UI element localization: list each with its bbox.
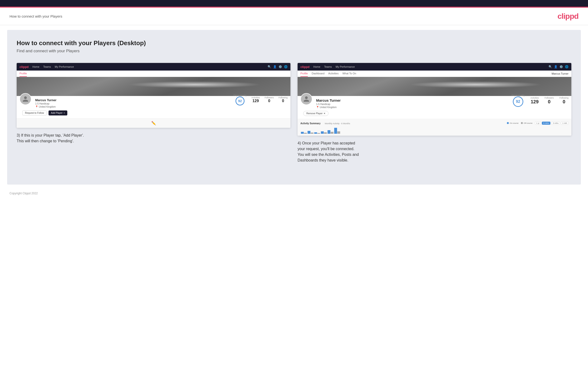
app-nav-2: clippd Home Teams My Performance 🔍 👤 ⚙️ … [298,63,571,71]
quality-block-2: Player Quality 92 [511,94,525,107]
app-tabs-left-2: Profile Dashboard Activities What To On [300,71,356,77]
app-nav-1: clippd Home Teams My Performance 🔍 👤 ⚙️ … [17,63,290,71]
nav-teams-2[interactable]: Teams [324,65,332,68]
tab-profile-2[interactable]: Profile [300,71,308,77]
location-pin-icon-2: 📍 [316,106,319,108]
page-header: How to connect with your Players clippd [0,8,588,25]
plus-icon-1: + [63,112,65,114]
player-handicap-2: 1-5 Handicap [316,103,508,106]
remove-player-wrap: Remove Player ✕ [300,111,569,116]
quality-circle-2: 92 [513,96,523,107]
screenshot-bottom-1: ✏️ [17,118,290,128]
person-icon-1 [22,96,29,102]
activity-title: Activity Summary [300,122,320,125]
filter-1mth[interactable]: 1 mth [561,122,569,125]
stats-row-2: Player Quality 92 Activities 129 Followe… [511,94,569,107]
activities-value-1: 129 [251,99,260,103]
profile-avatar-wrap-2: Marcus Turner 1-5 Handicap 📍 United King… [300,93,569,108]
tab-what-to-on-2[interactable]: What To On [342,71,356,77]
nav-teams-1[interactable]: Teams [43,65,51,68]
quality-label-2: Player Quality [511,94,525,96]
quality-block-1: Player Quality 92 [233,94,247,106]
bar-group-6 [334,128,340,134]
player-location-1: 📍 United Kingdom [35,106,230,108]
player-dropdown-2[interactable]: Marcus Turner [552,72,569,75]
user-icon-2[interactable]: 👤 [554,65,558,68]
nav-performance-2[interactable]: My Performance [336,65,355,68]
screenshot-2-col: clippd Home Teams My Performance 🔍 👤 ⚙️ … [298,63,571,163]
activity-chart [300,127,569,134]
activity-summary: Activity Summary Monthly Activity · 6 Mo… [298,119,571,136]
follow-button-1[interactable]: Request to Follow [22,110,47,116]
activities-block-1: Activities 129 [251,96,260,103]
filter-6mths[interactable]: 6 mths [542,122,550,125]
followers-value-1: 0 [265,99,274,103]
activities-value-2: 129 [530,99,539,105]
bar-group-5 [328,130,334,134]
add-player-button-1[interactable]: Add Player + [49,110,67,116]
tab-activities-2[interactable]: Activities [328,71,338,77]
user-icon-1[interactable]: 👤 [273,65,277,68]
bar-off-4 [324,132,327,134]
description-1: 3) If this is your Player tap, 'Add Play… [17,133,290,144]
bar-group-4 [321,131,327,134]
quality-circle-1: 92 [235,96,244,106]
copyright-text: Copyright Clippd 2022 [9,192,38,195]
following-value-2: 0 [560,99,569,105]
mock-app-1: clippd Home Teams My Performance 🔍 👤 ⚙️ … [17,63,290,128]
avatar-1 [19,93,31,105]
nav-home-2[interactable]: Home [313,65,320,68]
bar-on-3 [314,132,317,134]
on-course-legend: On course [510,122,519,124]
globe-icon-2[interactable]: 🌐 [565,65,569,68]
filter-1yr[interactable]: 1 yr [535,122,541,125]
profile-info-1: Marcus Turner 1-5 Handicap 📍 United King… [17,96,290,118]
nav-home-1[interactable]: Home [32,65,39,68]
player-location-2: 📍 United Kingdom [316,106,508,108]
action-buttons-1: Request to Follow Add Player + [19,110,288,116]
bar-off-2 [311,133,313,134]
on-course-dot [507,122,509,124]
remove-player-button[interactable]: Remove Player ✕ [303,111,329,116]
followers-value-2: 0 [545,99,554,105]
nav-icons-2: 🔍 👤 ⚙️ 🌐 [548,65,569,68]
activity-title-wrap: Activity Summary Monthly Activity · 6 Mo… [300,121,350,125]
bar-off-5 [331,132,334,134]
activities-block-2: Activities 129 [530,97,539,105]
settings-icon-2[interactable]: ⚙️ [560,65,563,68]
player-handicap-1: 1-5 Handicap [35,102,230,105]
description-2: 4) Once your Player has acceptedyour req… [298,140,571,163]
following-block-1: Following 0 [278,96,288,103]
tab-dashboard-2[interactable]: Dashboard [311,71,324,77]
bar-off-6 [337,131,340,134]
app-logo-2: clippd [300,65,310,69]
profile-details-2: Marcus Turner 1-5 Handicap 📍 United King… [316,93,508,108]
filter-3mths[interactable]: 3 mths [551,122,560,125]
footer: Copyright Clippd 2022 [0,189,588,200]
globe-icon-1[interactable]: 🌐 [284,65,288,68]
following-label-1: Following [278,96,288,99]
following-label-2: Following [560,97,569,99]
close-icon-remove: ✕ [323,112,325,115]
off-course-dot [521,122,523,124]
followers-block-2: Followers 0 [545,97,554,105]
quality-label-1: Player Quality [233,94,247,96]
activity-filters: On course Off course 1 yr 6 mths 3 mths … [507,122,569,125]
settings-icon-1[interactable]: ⚙️ [278,65,282,68]
screenshots-row: clippd Home Teams My Performance 🔍 👤 ⚙️ … [17,63,571,163]
activities-label-1: Activities [251,96,260,99]
bar-on-2 [308,131,311,134]
tab-profile-1[interactable]: Profile [19,71,27,77]
nav-icons-1: 🔍 👤 ⚙️ 🌐 [268,65,288,68]
clippd-logo: clippd [558,12,579,21]
page-title: How to connect with your Players [9,14,62,18]
search-icon-1[interactable]: 🔍 [268,65,271,68]
bar-off-1 [304,133,307,134]
location-pin-icon-1: 📍 [35,106,38,108]
screenshot-1-col: clippd Home Teams My Performance 🔍 👤 ⚙️ … [17,63,290,163]
following-value-1: 0 [278,99,288,103]
main-content: How to connect with your Players (Deskto… [7,30,581,184]
nav-performance-1[interactable]: My Performance [55,65,74,68]
bar-on-1 [301,132,304,134]
search-icon-2[interactable]: 🔍 [548,65,552,68]
